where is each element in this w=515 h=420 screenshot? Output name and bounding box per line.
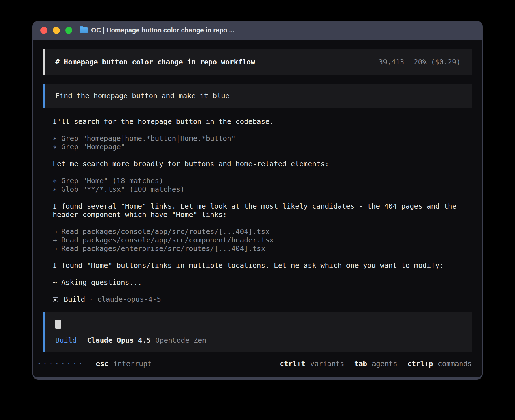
shortcut-label: commands (438, 360, 472, 368)
shortcut-variants: ctrl+t variants (280, 360, 344, 368)
zoom-button[interactable] (65, 27, 72, 34)
input-mode-line: Build Claude Opus 4.5 OpenCode Zen (55, 336, 461, 345)
session-title: # Homepage button color change in repo w… (55, 58, 255, 66)
shortcut-label: agents (372, 360, 397, 368)
tool-call: → Read packages/enterprise/src/routes/[.… (53, 244, 462, 253)
shortcut-key: tab (354, 360, 367, 368)
shortcut-key: ctrl+t (280, 360, 305, 368)
shortcut-agents: tab agents (354, 360, 397, 368)
tool-call: ∗ Grep "Homepage" (53, 143, 462, 151)
agent-name: Build (64, 295, 85, 304)
session-header: # Homepage button color change in repo w… (43, 49, 472, 75)
context-cost: 20% ($0.29) (414, 58, 461, 66)
assistant-message: I'll search for the homepage button in t… (53, 117, 462, 126)
agent-model: claude-opus-4-5 (97, 295, 161, 304)
folder-icon (80, 27, 88, 33)
tool-call-group: ∗ Grep "homepage|home.*button|Home.*butt… (53, 134, 462, 151)
user-message-text: Find the homepage button and make it blu… (55, 92, 230, 100)
agent-status: Build · claude-opus-4-5 (53, 295, 462, 304)
window-title: OC | Homepage button color change in rep… (91, 27, 234, 34)
tool-call: ∗ Grep "Home" (18 matches) (53, 177, 462, 185)
assistant-status: ~ Asking questions... (53, 278, 462, 287)
shortcut-commands: ctrl+p commands (407, 360, 472, 368)
terminal-window: OC | Homepage button color change in rep… (32, 21, 483, 380)
conversation: I'll search for the homepage button in t… (53, 108, 462, 304)
shortcut-key: ctrl+p (407, 360, 433, 368)
titlebar[interactable]: OC | Homepage button color change in rep… (33, 21, 482, 40)
statusbar: ········ esc interrupt ctrl+t variants t… (37, 360, 472, 368)
agent-icon (53, 297, 58, 302)
tool-call: ∗ Glob "**/*.tsx" (100 matches) (53, 185, 462, 194)
provider-label: OpenCode Zen (155, 336, 206, 345)
session-stats: 39,413 20% ($0.29) (379, 58, 461, 66)
statusbar-left: ········ esc interrupt (37, 360, 152, 368)
shortcut-label: variants (310, 360, 344, 368)
statusbar-right: ctrl+t variants tab agents ctrl+p comman… (280, 360, 472, 368)
tool-call: ∗ Grep "homepage|home.*button|Home.*butt… (53, 134, 462, 143)
esc-label: interrupt (114, 360, 152, 368)
tool-call-group: ∗ Grep "Home" (18 matches) ∗ Glob "**/*.… (53, 177, 462, 194)
assistant-message: I found "Home" buttons/links in multiple… (53, 261, 462, 270)
title-group: OC | Homepage button color change in rep… (80, 27, 234, 34)
text-cursor (55, 320, 61, 329)
agent-mode-label[interactable]: Build (55, 336, 77, 345)
tool-call-group: → Read packages/console/app/src/routes/[… (53, 228, 462, 253)
assistant-message: Let me search more broadly for buttons a… (53, 160, 462, 168)
terminal-body: # Homepage button color change in repo w… (33, 40, 482, 377)
window-controls (40, 27, 72, 34)
agent-separator: · (89, 295, 93, 304)
close-button[interactable] (40, 27, 47, 34)
prompt-input[interactable]: Build Claude Opus 4.5 OpenCode Zen (43, 312, 472, 352)
model-label[interactable]: Claude Opus 4.5 (87, 336, 151, 345)
assistant-message: I found several "Home" links. Let me loo… (53, 202, 462, 219)
user-message: Find the homepage button and make it blu… (43, 84, 472, 108)
token-count: 39,413 (379, 58, 404, 66)
tool-call: → Read packages/console/app/src/routes/[… (53, 228, 462, 236)
shortcut-interrupt: esc interrupt (96, 360, 152, 368)
progress-dots: ········ (37, 360, 84, 368)
tool-call: → Read packages/console/app/src/componen… (53, 236, 462, 244)
minimize-button[interactable] (53, 27, 60, 34)
esc-key: esc (96, 360, 108, 368)
